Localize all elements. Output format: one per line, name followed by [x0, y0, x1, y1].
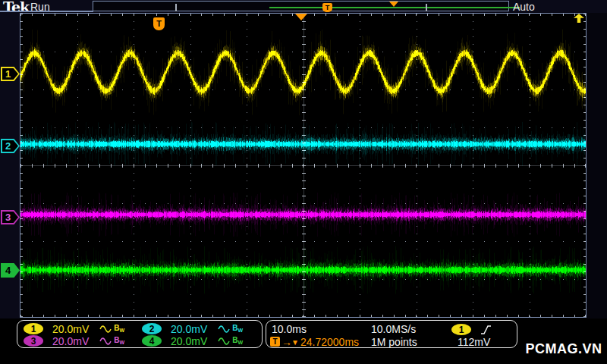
- channel-1-position-marker: 1: [1, 67, 20, 81]
- channel-3-badge: 3: [24, 335, 43, 347]
- record-view-left-bracket-icon: [175, 4, 177, 11]
- record-view-trigger-marker-icon: T: [322, 3, 332, 12]
- channel-2-readout: 2 20.0mV BW: [142, 322, 243, 335]
- expansion-point-icon: [295, 14, 307, 20]
- record-view-right-bracket-icon: [426, 4, 427, 11]
- bandwidth-limit-icon: BW: [114, 325, 124, 333]
- trigger-delay-value: 24.72000ms: [300, 336, 359, 348]
- record-view-expansion-icon: [389, 2, 398, 7]
- channel-2-badge: 2: [142, 323, 162, 334]
- ac-coupling-icon: [218, 337, 230, 346]
- record-view-waveform-line: [269, 7, 520, 8]
- bandwidth-limit-icon: BW: [232, 337, 243, 345]
- channel-4-badge: 4: [142, 335, 162, 347]
- channel-1-readout: 1 20.0mV BW: [24, 322, 124, 335]
- channel-2-position-marker: 2: [1, 139, 20, 153]
- channel-1-scale: 20.0mV: [52, 323, 89, 335]
- trigger-mode: Auto: [513, 1, 535, 13]
- channel-3-readout: 3 20.0mV BW: [24, 334, 124, 347]
- record-length: 1M points: [371, 336, 417, 348]
- channel-2-scale: 20.0mV: [171, 323, 207, 335]
- horizontal-scale: 10.0ms: [272, 323, 307, 335]
- trigger-source-badge: 1: [451, 324, 471, 335]
- trigger-delay-marker-icon: T: [270, 337, 280, 347]
- trigger-delay-position-icon: ▼: [291, 338, 299, 347]
- waveform-canvas: [20, 14, 586, 317]
- ac-coupling-icon: [99, 325, 112, 334]
- watermark: PCMAG.VN: [521, 334, 607, 364]
- header-divider: [0, 11, 93, 12]
- sample-rate: 10.0MS/s: [371, 323, 416, 335]
- channel-3-scale: 20.0mV: [52, 335, 89, 347]
- trigger-position-marker-icon: T: [153, 17, 165, 30]
- channel-4-readout: 4 20.0mV BW: [142, 334, 243, 347]
- oscilloscope-screen: Tek Run T Auto T 1 2 3 4 1 20.0: [0, 0, 607, 364]
- ac-coupling-icon: [99, 337, 112, 346]
- channel-3-position-marker: 3: [1, 210, 20, 224]
- trigger-slope-rising-icon: [480, 325, 492, 335]
- graticule: [20, 13, 587, 318]
- channel-4-position-marker: 4: [1, 263, 20, 278]
- channel-readouts-box: 1 20.0mV BW 2 20.0mV BW 3 20.0mV BW 4: [17, 320, 263, 348]
- right-margin: [587, 13, 607, 318]
- record-view: T: [93, 1, 509, 11]
- trigger-delay-arrow-icon: →: [281, 336, 292, 348]
- channel-1-badge: 1: [24, 323, 43, 334]
- channel-4-scale: 20.0mV: [171, 335, 207, 347]
- bandwidth-limit-icon: BW: [114, 337, 124, 345]
- horizontal-trigger-box: 10.0ms 10.0MS/s 1 T → ▼ 24.72000ms 1M po…: [266, 320, 517, 348]
- trigger-level-value: 112mV: [458, 336, 490, 348]
- bandwidth-limit-icon: BW: [232, 325, 243, 333]
- ac-coupling-icon: [218, 325, 230, 334]
